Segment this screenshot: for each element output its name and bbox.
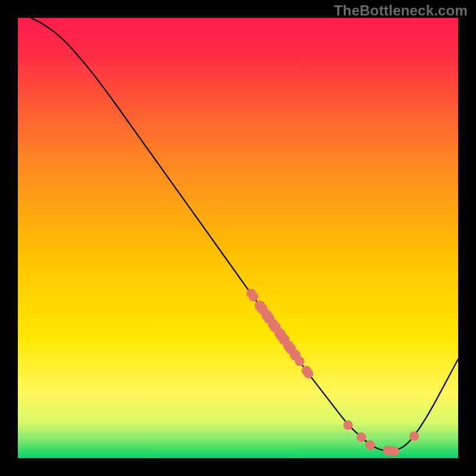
chart-container: TheBottleneck.com (0, 0, 476, 476)
plot-svg (18, 18, 458, 458)
marker-point (343, 421, 353, 430)
marker-point (356, 432, 366, 441)
gradient-backdrop (18, 18, 458, 458)
marker-point (249, 292, 258, 301)
marker-point (295, 356, 305, 366)
marker-point (409, 431, 419, 441)
marker-point (390, 446, 399, 456)
marker-point (365, 440, 375, 450)
plot-frame (18, 18, 458, 458)
marker-point (303, 369, 313, 378)
watermark-text: TheBottleneck.com (334, 2, 468, 19)
